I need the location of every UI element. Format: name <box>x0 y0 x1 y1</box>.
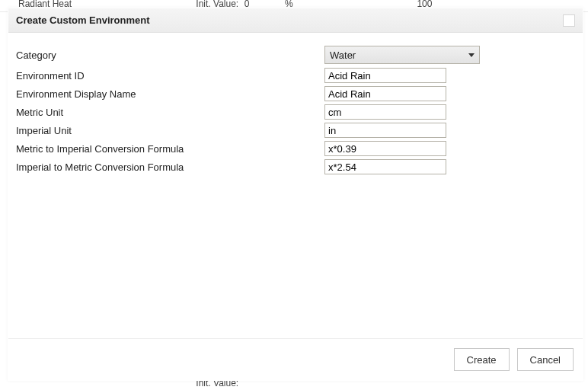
create-button[interactable]: Create <box>454 348 510 371</box>
form-area: Category Water Environment ID Environmen… <box>8 33 583 338</box>
m2i-label: Metric to Imperial Conversion Formula <box>16 143 324 155</box>
m2i-input[interactable] <box>324 141 446 156</box>
dialog-close-button[interactable] <box>563 14 575 27</box>
cancel-button[interactable]: Cancel <box>517 348 574 371</box>
i2m-label: Imperial to Metric Conversion Formula <box>16 161 324 173</box>
imperial-unit-label: Imperial Unit <box>16 125 324 136</box>
create-custom-environment-dialog: Create Custom Environment Category Water… <box>8 8 583 381</box>
dialog-title: Create Custom Environment <box>16 14 150 26</box>
category-label: Category <box>16 50 324 61</box>
chevron-down-icon <box>468 53 475 57</box>
metric-unit-input[interactable] <box>324 104 446 120</box>
env-display-input[interactable] <box>324 86 446 101</box>
category-value: Water <box>330 50 356 61</box>
metric-unit-label: Metric Unit <box>16 107 324 118</box>
env-id-input[interactable] <box>324 68 446 83</box>
dialog-titlebar: Create Custom Environment <box>8 8 583 33</box>
category-dropdown[interactable]: Water <box>324 46 480 64</box>
i2m-input[interactable] <box>324 159 446 174</box>
env-display-label: Environment Display Name <box>16 88 324 100</box>
env-id-label: Environment ID <box>16 70 324 82</box>
imperial-unit-input[interactable] <box>324 123 446 138</box>
button-bar: Create Cancel <box>8 338 583 380</box>
